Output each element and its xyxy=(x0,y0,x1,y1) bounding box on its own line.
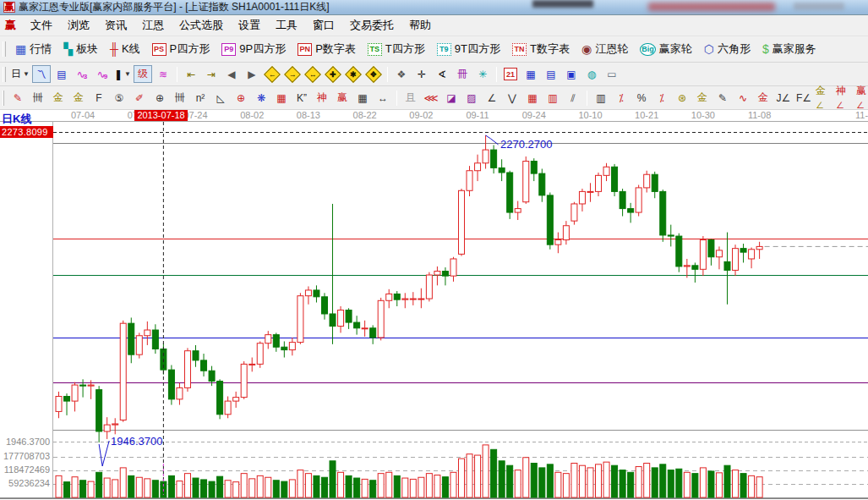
menu-item-8[interactable]: 交易委托 xyxy=(342,15,401,36)
gann-fan-tool[interactable]: ⋘ xyxy=(422,89,440,107)
pen-tool[interactable]: ✎ xyxy=(8,89,27,107)
info-list-button[interactable]: ▤ xyxy=(52,65,71,83)
menu-item-7[interactable]: 窗口 xyxy=(305,15,342,36)
notepad-button[interactable]: ▤ xyxy=(542,65,560,83)
star-fit-button[interactable]: ✱ xyxy=(344,65,363,83)
grow-x-button[interactable]: → xyxy=(283,65,302,83)
prev-bar-button[interactable]: ◀ xyxy=(222,65,241,83)
next-bar-button[interactable]: ▶ xyxy=(243,65,261,83)
angle-lines-tool[interactable]: ∠ xyxy=(483,89,501,107)
crosshair-tool-button[interactable]: ✛ xyxy=(412,65,431,83)
calendar-21-button[interactable]: 21 xyxy=(501,65,520,83)
gold-square-tool[interactable]: 金 xyxy=(49,89,68,107)
wave-tool[interactable]: ∿ xyxy=(734,89,752,107)
menu-item-4[interactable]: 公式选股 xyxy=(172,15,231,36)
volume-profile-button[interactable]: ≋ xyxy=(154,65,172,83)
kline-button[interactable]: ╫K线 xyxy=(104,40,146,58)
box-tool[interactable]: 且 xyxy=(401,89,420,107)
smart-tool-button[interactable]: ✳ xyxy=(473,65,492,83)
last-bar-button[interactable]: ⇥ xyxy=(202,65,221,83)
p-square-button[interactable]: PSP四方形 xyxy=(146,40,216,58)
pen-stat-tool[interactable]: ✎ xyxy=(713,89,732,107)
workstation-button[interactable]: ▭ xyxy=(603,65,621,83)
snow-wheel-tool[interactable]: ❋ xyxy=(252,89,270,107)
grid-ruler2-tool[interactable]: ▥ xyxy=(543,89,562,107)
fan-box2-tool[interactable]: ▨ xyxy=(462,89,481,107)
cross-fit-button[interactable]: ✚ xyxy=(324,65,342,83)
full-fit-button[interactable]: ✥ xyxy=(364,65,383,83)
red-grid-tool-icon: ▦ xyxy=(276,92,286,104)
save-button[interactable]: ▣ xyxy=(562,65,581,83)
pagoda-tool-button[interactable]: 冊 xyxy=(453,65,472,83)
gold-lift-tool[interactable]: 金 xyxy=(693,89,712,107)
span-arrow-tool[interactable]: ↔ xyxy=(374,89,392,107)
menu-item-9[interactable]: 帮助 xyxy=(401,15,439,36)
f-angle-tool[interactable]: F∠ xyxy=(794,89,813,107)
t-square-button[interactable]: TST四方形 xyxy=(362,40,431,58)
pen-angle-tool[interactable]: ✐ xyxy=(130,89,149,107)
spiral-square-tool[interactable]: ⑤ xyxy=(110,89,128,107)
hexagon-button[interactable]: ⬡六角形 xyxy=(698,40,756,58)
chart-mode-button[interactable]: 〽 xyxy=(32,65,51,83)
first-bar-button[interactable]: ⇤ xyxy=(182,65,200,83)
menu-item-3[interactable]: 江恩 xyxy=(134,15,172,36)
minor-cycle-9-button[interactable]: ∿9 xyxy=(93,65,112,83)
p-number-table-button[interactable]: PNP数字表 xyxy=(292,40,362,58)
winner-service-label: 赢家服务 xyxy=(772,41,816,57)
angle-measure-button[interactable]: ∢ xyxy=(433,65,451,83)
slant-lines-tool[interactable]: ⫽ xyxy=(564,89,582,107)
stat-bars-tool[interactable]: ▥ xyxy=(592,89,610,107)
winner-wheel-button[interactable]: Big赢家轮 xyxy=(634,40,698,58)
net-sync-button[interactable]: ◍ xyxy=(582,65,601,83)
period-day-dropdown[interactable]: 日▼ xyxy=(10,65,30,83)
shen-square-tool[interactable]: 神 xyxy=(313,89,331,107)
ying-square-tool[interactable]: 赢 xyxy=(333,89,352,107)
gann-wheel-button[interactable]: ◉江恩轮 xyxy=(576,40,634,58)
fan-box-tool[interactable]: ◪ xyxy=(442,89,461,107)
menu-item-6[interactable]: 工具 xyxy=(268,15,305,36)
percent-tool[interactable]: % xyxy=(632,89,651,107)
k-mark-tool[interactable]: K” xyxy=(292,89,311,107)
9p-square-button[interactable]: P99P四方形 xyxy=(216,40,292,58)
hash-ruler-tool[interactable]: 卌 xyxy=(171,89,189,107)
grid-123-tool[interactable]: ▦ xyxy=(353,89,372,107)
minor-cycle-3-button[interactable]: ∿3 xyxy=(73,65,91,83)
gold-circle-tool[interactable]: ⊛ xyxy=(673,89,691,107)
v-lines-tool[interactable]: ⋁ xyxy=(503,89,521,107)
shen-angle-tool[interactable]: 神∠ xyxy=(835,89,854,107)
calculator-button[interactable]: ▦ xyxy=(521,65,540,83)
t-number-table-button[interactable]: TNT数字表 xyxy=(506,40,576,58)
angle-ruler-tool[interactable]: ◺ xyxy=(211,89,230,107)
menu-item-1[interactable]: 浏览 xyxy=(60,15,97,36)
f-square-tool[interactable]: F xyxy=(90,89,108,107)
gold-underline-tool[interactable]: 金 xyxy=(754,89,772,107)
winner-service-button[interactable]: $赢家服务 xyxy=(756,40,822,58)
9t-square-button[interactable]: T99T四方形 xyxy=(431,40,506,58)
window-title: 赢家江恩专业版[赢家内部服务平台] - [上证指数 SH1A0001-111日K… xyxy=(19,0,330,14)
j-angle-tool[interactable]: J∠ xyxy=(774,89,793,107)
gold-square2-tool[interactable]: 金 xyxy=(69,89,88,107)
ruler-grid-tool[interactable]: 卌 xyxy=(29,89,47,107)
gold-angle-tool[interactable]: 金∠ xyxy=(815,89,833,107)
red-grid-tool[interactable]: ▦ xyxy=(272,89,291,107)
percent-line-tool[interactable]: ⁒ xyxy=(612,89,631,107)
shrink-x-button[interactable]: ← xyxy=(263,65,281,83)
menu-item-2[interactable]: 资讯 xyxy=(97,15,134,36)
dense-grid-tool[interactable]: ▦ xyxy=(523,89,542,107)
n-square-tool[interactable]: n² xyxy=(191,89,210,107)
menu-item-5[interactable]: 设置 xyxy=(231,15,268,36)
menu-item-0[interactable]: 文件 xyxy=(23,15,60,36)
single-candle-dropdown[interactable]: ❚▼ xyxy=(113,65,132,83)
wheel-ruler-tool[interactable]: ⊕ xyxy=(150,89,169,107)
titlebar-watermark-red xyxy=(648,3,775,11)
sectors-button[interactable]: ▚板块 xyxy=(57,40,104,58)
gann-grade-button[interactable]: 级 xyxy=(134,65,152,83)
expand-x-button[interactable]: ↔ xyxy=(303,65,322,83)
big-wheel-icon: Big xyxy=(640,43,656,56)
kline-chart[interactable]: 日K线 2273.8099 2013-07-18 07-0407-1507-24… xyxy=(0,110,868,500)
quotes-button[interactable]: ▦行情 xyxy=(9,40,57,58)
hand-tool-button[interactable]: ❖ xyxy=(392,65,411,83)
ying-angle-tool[interactable]: 赢∠ xyxy=(855,89,868,107)
circle-cross-tool[interactable]: ⊕ xyxy=(232,89,250,107)
percent-ref-tool[interactable]: ⁒ xyxy=(652,89,671,107)
